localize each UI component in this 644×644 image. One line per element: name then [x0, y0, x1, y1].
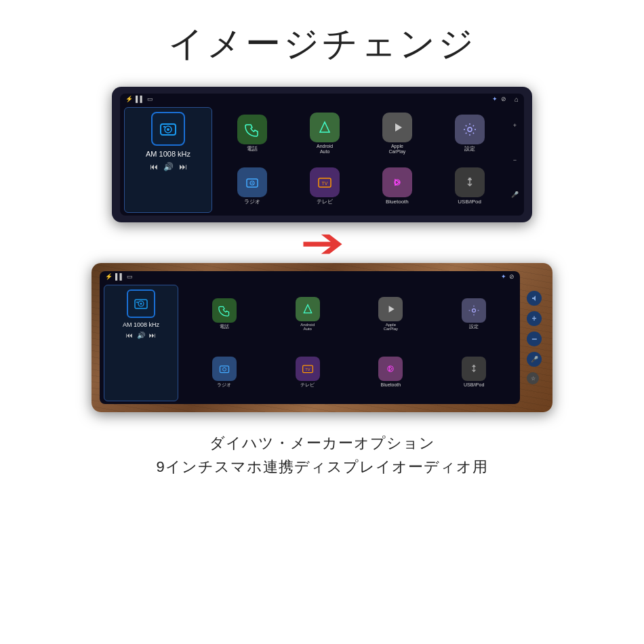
android-icon [310, 113, 340, 142]
app-android[interactable]: AndroidAuto [290, 108, 360, 159]
app-grid-wood: 電話 AndroidAuto AppleCarPlay [182, 285, 516, 401]
svg-rect-20 [220, 366, 228, 373]
direction-arrow: ➔ [300, 219, 344, 266]
screen-content-wood: AM 1008 kHz ⏮ 🔊 ⏭ 電話 [100, 282, 520, 404]
app-phone[interactable]: 電話 [218, 108, 287, 159]
radio-app-icon [237, 167, 267, 197]
page-title: イメージチェンジ [168, 20, 477, 68]
svg-text:TV: TV [322, 181, 328, 186]
side-btn-plus[interactable]: + [527, 311, 542, 326]
app-settings-wood[interactable]: 設定 [433, 286, 515, 342]
svg-marker-17 [304, 304, 311, 313]
app-usb-wood[interactable]: USB/iPod [433, 344, 515, 401]
bluetooth-app-icon-wood [378, 357, 403, 381]
next-btn[interactable]: ⏭ [179, 162, 187, 172]
app-carplay[interactable]: AppleCarPlay [363, 108, 432, 159]
app-usb[interactable]: USB/iPod [435, 161, 504, 212]
side-btn-mic[interactable]: 🎤 [527, 352, 542, 367]
usb-icon-wood [462, 357, 486, 381]
radio-panel-black: AM 1008 kHz ⏮ 🔊 ⏭ [124, 107, 212, 213]
settings-label: 設定 [464, 146, 475, 153]
radio-icon-wood [127, 289, 155, 318]
app-radio-wood[interactable]: ラジオ [184, 344, 265, 401]
signal-wood: ▌▌ [115, 273, 124, 280]
side-mic[interactable]: 🎤 [511, 191, 519, 198]
settings-icon [455, 115, 485, 144]
side-btn-star[interactable]: ☆ [527, 372, 539, 384]
bluetooth-icon: ⚡ [125, 96, 133, 102]
usb-label-wood: USB/iPod [464, 382, 484, 388]
radio-freq-wood: AM 1008 kHz [123, 321, 159, 328]
side-btn-vol[interactable] [527, 291, 542, 306]
svg-rect-16 [136, 302, 138, 303]
radio-label-wood: ラジオ [217, 382, 231, 388]
device-wood: ⚡ ▌▌ ▭ ✦ ⊘ [92, 263, 552, 412]
android-label: AndroidAuto [317, 144, 333, 155]
android-icon-wood [296, 297, 320, 321]
subtitle-line2: 9インチスマホ連携ディスプレイオーディオ用 [156, 455, 487, 479]
signal-icon: ▌▌ [136, 96, 144, 102]
status-bar-wood: ⚡ ▌▌ ▭ ✦ ⊘ [100, 271, 520, 282]
carplay-label-wood: AppleCarPlay [384, 323, 398, 331]
svg-marker-4 [320, 122, 329, 132]
screen-wood: ⚡ ▌▌ ▭ ✦ ⊘ [100, 271, 520, 404]
phone-label: 電話 [247, 146, 258, 153]
app-carplay-wood[interactable]: AppleCarPlay [350, 286, 432, 342]
app-grid-black: 電話 AndroidAuto AppleCarPlay [216, 107, 506, 213]
settings-icon-wood [462, 298, 486, 323]
app-bluetooth-wood[interactable]: Bluetooth [350, 344, 432, 401]
app-bluetooth[interactable]: Bluetooth [363, 161, 432, 212]
usb-label: USB/iPod [458, 199, 481, 205]
tv-icon-wood: TV [296, 357, 320, 381]
subtitle-line1: ダイハツ・メーカーオプション [156, 431, 487, 455]
vol-btn-wood[interactable]: 🔊 [137, 331, 145, 339]
bt-icon-right: ✦ [492, 96, 498, 102]
svg-marker-18 [389, 306, 395, 313]
radio-freq-black: AM 1008 kHz [146, 150, 190, 158]
app-radio[interactable]: ラジオ [218, 161, 287, 212]
side-plus[interactable]: − [513, 157, 517, 163]
app-tv-wood[interactable]: TV テレビ [267, 344, 348, 401]
side-btn-minus[interactable]: − [527, 331, 542, 346]
side-minus[interactable]: + [513, 122, 517, 129]
svg-rect-3 [163, 126, 165, 127]
svg-point-19 [472, 309, 476, 313]
device-black: ⚡ ▌▌ ▭ ✦ ⊘ ⌂ [112, 87, 532, 222]
app-android-wood[interactable]: AndroidAuto [267, 286, 348, 342]
phone-icon-wood [212, 298, 237, 323]
carplay-label: AppleCarPlay [388, 144, 405, 155]
svg-point-9 [251, 182, 253, 184]
battery-icon: ▭ [147, 96, 153, 102]
wood-side-buttons: + − 🎤 ☆ [524, 287, 544, 388]
app-tv[interactable]: TV テレビ [290, 161, 360, 212]
usb-icon [455, 167, 485, 197]
side-controls-black: + − 🎤 [510, 107, 520, 213]
svg-point-6 [468, 127, 472, 132]
home-icon-side[interactable]: ⌂ [515, 96, 519, 103]
no-right-wood: ⊘ [509, 273, 515, 280]
prev-btn-wood[interactable]: ⏮ [126, 331, 133, 339]
bt-status-wood: ⚡ [105, 273, 113, 280]
screen-content-black: AM 1008 kHz ⏮ 🔊 ⏭ 電話 [120, 104, 524, 216]
app-phone-wood[interactable]: 電話 [184, 286, 265, 342]
svg-point-2 [167, 128, 169, 131]
devices-container: ⚡ ▌▌ ▭ ✦ ⊘ ⌂ [17, 87, 627, 412]
bluetooth-label: Bluetooth [386, 199, 409, 205]
bottom-text: ダイハツ・メーカーオプション 9インチスマホ連携ディスプレイオーディオ用 [156, 431, 487, 479]
prev-btn[interactable]: ⏮ [150, 162, 158, 172]
battery-wood: ▭ [127, 273, 133, 280]
radio-controls-black: ⏮ 🔊 ⏭ [150, 162, 187, 172]
bluetooth-app-icon [382, 167, 412, 197]
tv-icon: TV [310, 167, 340, 197]
app-settings[interactable]: 設定 [435, 108, 504, 159]
bluetooth-label-wood: Bluetooth [381, 382, 401, 388]
screen-black: ⚡ ▌▌ ▭ ✦ ⊘ ⌂ [120, 94, 524, 216]
arrow-container: ➔ [17, 222, 627, 263]
no-icon-right: ⊘ [501, 96, 506, 102]
svg-point-15 [140, 303, 142, 305]
radio-icon-black [151, 112, 185, 146]
next-btn-wood[interactable]: ⏭ [149, 331, 156, 339]
vol-btn[interactable]: 🔊 [163, 162, 174, 172]
phone-label-wood: 電話 [220, 324, 229, 329]
svg-point-21 [222, 367, 226, 371]
